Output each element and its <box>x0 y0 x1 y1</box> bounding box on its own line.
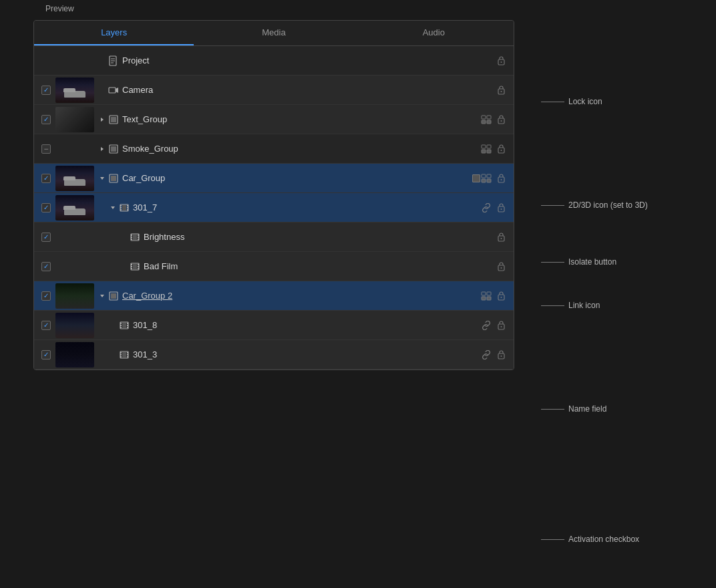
activation-checkbox-brightness[interactable] <box>41 233 51 242</box>
svg-rect-91 <box>127 352 128 353</box>
right-icons-bad_film <box>495 261 507 273</box>
right-icons-smoke_group <box>480 143 507 155</box>
svg-rect-89 <box>120 354 122 355</box>
expand-text_group[interactable] <box>97 117 108 122</box>
activation-checkbox-text_group[interactable] <box>41 115 51 124</box>
activation-checkbox-301_3[interactable] <box>41 350 51 359</box>
isolate-button-car_group[interactable] <box>472 174 480 182</box>
expand-car_group_2[interactable] <box>97 293 108 299</box>
right-icons-301_7 <box>480 202 507 214</box>
svg-rect-64 <box>138 268 139 269</box>
layer-row-301_8[interactable]: 301_8 <box>34 311 514 340</box>
layer-name-bad_film[interactable]: Bad Film <box>144 261 495 271</box>
lock-icon-project[interactable] <box>495 55 507 67</box>
thumbnail-301_8 <box>55 313 94 338</box>
expand-301_7[interactable] <box>108 205 118 210</box>
layer-row-smoke_group[interactable]: Smoke_Group <box>34 134 514 164</box>
checkbox-text_group <box>37 115 55 124</box>
2d3d-icon-car_group_2[interactable] <box>480 290 492 302</box>
main-wrapper: Preview Layers Media Audio Project Camer… <box>0 0 716 370</box>
lock-icon-brightness[interactable] <box>495 231 507 243</box>
lock-icon-car_group_2[interactable] <box>495 290 507 302</box>
layers-panel: Layers Media Audio Project Camera Text_G… <box>33 20 514 370</box>
lock-icon-301_3[interactable] <box>495 349 507 361</box>
lock-icon-smoke_group[interactable] <box>495 143 507 155</box>
svg-rect-94 <box>122 352 126 357</box>
layer-name-car_group[interactable]: Car_Group <box>122 173 470 183</box>
svg-rect-25 <box>487 150 491 153</box>
expand-car_group[interactable] <box>97 176 108 181</box>
link-icon-301_3[interactable] <box>480 349 492 361</box>
layer-name-camera[interactable]: Camera <box>122 85 495 95</box>
lock-icon-camera[interactable] <box>495 84 507 96</box>
right-icons-text_group <box>480 114 507 126</box>
svg-rect-78 <box>120 323 122 324</box>
layer-row-301_3[interactable]: 301_3 <box>34 340 514 370</box>
layer-name-brightness[interactable]: Brightness <box>144 232 495 242</box>
layer-icon-text_group <box>108 115 120 124</box>
svg-rect-72 <box>487 292 491 295</box>
layer-row-car_group_2[interactable]: Car_Group 2 <box>34 281 514 311</box>
link-icon-301_8[interactable] <box>480 319 492 331</box>
svg-rect-90 <box>120 356 122 357</box>
layer-row-camera[interactable]: Camera <box>34 76 514 105</box>
activation-checkbox-301_8[interactable] <box>41 321 51 330</box>
svg-rect-52 <box>138 235 139 236</box>
svg-point-9 <box>500 91 502 92</box>
layers-list: Project Camera Text_Group Smoke_Group <box>34 46 514 370</box>
layer-name-smoke_group[interactable]: Smoke_Group <box>122 144 480 154</box>
2d3d-icon-car_group[interactable] <box>480 172 492 184</box>
svg-marker-68 <box>100 295 104 297</box>
lock-icon-301_7[interactable] <box>495 202 507 214</box>
thumbnail-301_3 <box>55 342 94 368</box>
annotation-item: Name field <box>541 404 606 414</box>
layer-name-text_group[interactable]: Text_Group <box>122 114 480 124</box>
expand-smoke_group[interactable] <box>97 146 108 152</box>
2d3d-icon-smoke_group[interactable] <box>480 143 492 155</box>
svg-rect-32 <box>487 174 491 178</box>
svg-marker-28 <box>100 177 104 180</box>
link-icon-301_7[interactable] <box>480 202 492 214</box>
layer-icon-301_7 <box>118 204 130 212</box>
lock-icon-text_group[interactable] <box>495 114 507 126</box>
svg-marker-10 <box>101 118 104 122</box>
checkbox-smoke_group <box>37 144 55 154</box>
layer-row-text_group[interactable]: Text_Group <box>34 105 514 134</box>
lock-icon-301_8[interactable] <box>495 319 507 331</box>
layer-row-301_7[interactable]: 301_7 <box>34 193 514 223</box>
layer-name-301_7[interactable]: 301_7 <box>133 202 480 212</box>
svg-rect-30 <box>111 176 116 181</box>
2d3d-icon-text_group[interactable] <box>480 114 492 126</box>
layer-row-bad_film[interactable]: Bad Film <box>34 252 514 281</box>
layer-name-project[interactable]: Project <box>122 55 495 65</box>
activation-checkbox-car_group_2[interactable] <box>41 291 51 301</box>
tab-layers[interactable]: Layers <box>34 21 194 45</box>
layer-name-301_8[interactable]: 301_8 <box>133 320 480 330</box>
svg-point-67 <box>500 267 502 269</box>
svg-rect-40 <box>120 207 122 208</box>
activation-checkbox-camera[interactable] <box>41 86 51 95</box>
svg-rect-54 <box>138 239 139 240</box>
checkbox-camera <box>37 86 55 95</box>
tab-media[interactable]: Media <box>194 21 353 45</box>
activation-checkbox-smoke_group[interactable] <box>41 144 51 154</box>
svg-rect-22 <box>482 145 486 148</box>
activation-checkbox-bad_film[interactable] <box>41 262 51 271</box>
svg-rect-55 <box>133 235 137 240</box>
activation-checkbox-car_group[interactable] <box>41 174 51 183</box>
svg-rect-83 <box>127 327 128 328</box>
lock-icon-car_group[interactable] <box>495 172 507 184</box>
layer-row-project[interactable]: Project <box>34 46 514 76</box>
svg-rect-15 <box>482 120 486 124</box>
lock-icon-bad_film[interactable] <box>495 261 507 273</box>
svg-rect-73 <box>482 297 486 300</box>
tabs-bar: Layers Media Audio <box>34 21 514 46</box>
layer-name-301_3[interactable]: 301_3 <box>133 349 480 359</box>
svg-rect-53 <box>138 237 139 238</box>
layer-name-car_group_2[interactable]: Car_Group 2 <box>122 291 480 301</box>
tab-audio[interactable]: Audio <box>354 21 514 45</box>
activation-checkbox-301_7[interactable] <box>41 203 51 212</box>
layer-row-brightness[interactable]: Brightness <box>34 223 514 252</box>
layer-row-car_group[interactable]: Car_Group <box>34 164 514 193</box>
svg-rect-33 <box>482 179 486 182</box>
